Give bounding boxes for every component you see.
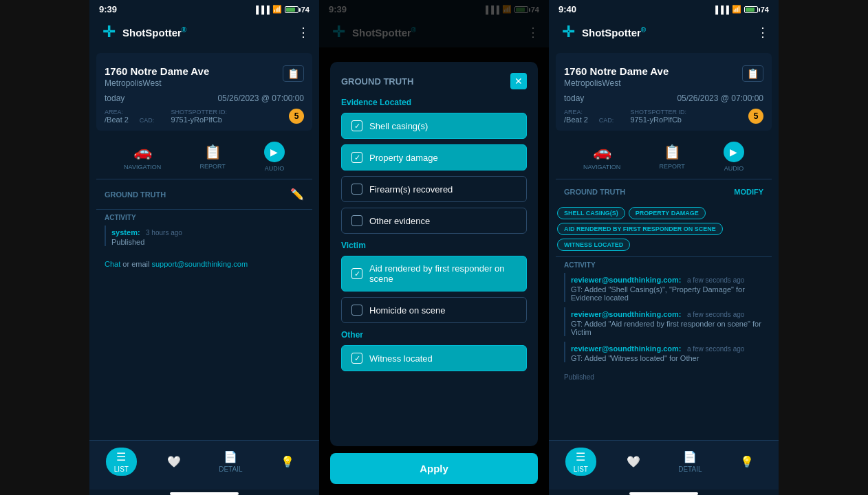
activity-item-0-right: reviewer@soundthinking.com: a few second… — [564, 273, 763, 302]
published-status-right: Published — [549, 371, 779, 384]
activity-text-0-right: GT: Added "Shell Casing(s)", "Property D… — [571, 285, 763, 302]
detail-icon-right: 📄 — [683, 450, 697, 463]
activity-user-1-right: reviewer@soundthinking.com: — [571, 310, 681, 318]
modal-close-button[interactable]: ✕ — [510, 73, 527, 89]
app-name-left: ShotSpotter® — [122, 26, 186, 38]
address-right: 1760 Notre Dame Ave — [564, 65, 669, 77]
menu-button-right[interactable]: ⋮ — [757, 25, 769, 40]
wifi-icon: 📶 — [272, 5, 282, 14]
battery-pct-left: 74 — [301, 6, 310, 14]
navigation-icon-left[interactable]: 🚗 NAVIGATION — [124, 143, 161, 170]
suburb-left: MetropolisWest — [105, 78, 209, 88]
nav-list-right[interactable]: ☰ LIST — [565, 448, 596, 476]
heart-icon-right: 🤍 — [627, 455, 640, 468]
chat-link-left[interactable]: Chat — [105, 260, 120, 268]
ground-truth-section-left: GROUND TRUTH ✏️ — [96, 184, 312, 205]
checkbox-firearm[interactable]: Firearm(s) recovered — [341, 176, 527, 202]
status-bar-left: 9:39 ▐▐▐ 📶 74 — [89, 0, 319, 17]
signal-icon-r: ▐▐▐ — [713, 6, 728, 14]
left-screen: 9:39 ▐▐▐ 📶 74 ✛ ShotSpotter® ⋮ 1760 Notr… — [89, 0, 319, 495]
checkbox-shell-casings[interactable]: ✓ Shell casing(s) — [341, 113, 527, 139]
report-icon-right[interactable]: 📋 REPORT — [659, 144, 684, 170]
ssid-label-right: SHOTSPOTTER ID: — [630, 109, 686, 116]
play-button-left[interactable]: ▶ — [264, 142, 285, 162]
report-icon-left[interactable]: 📋 REPORT — [199, 144, 225, 170]
nav-location-left[interactable]: 💡 — [272, 452, 303, 471]
activity-time-0-left: 3 hours ago — [146, 229, 182, 236]
badge-right: 5 — [748, 109, 763, 124]
check-box-shell: ✓ — [351, 120, 362, 131]
battery-icon-left — [285, 6, 299, 13]
nav-favorites-right[interactable]: 🤍 — [618, 452, 649, 471]
wifi-icon-r: 📶 — [732, 5, 741, 14]
check-box-property: ✓ — [351, 152, 362, 163]
navigation-icon-right[interactable]: 🚗 NAVIGATION — [583, 143, 620, 170]
area-label-left: AREA: — [105, 109, 129, 116]
logo-icon-right: ✛ — [558, 23, 578, 42]
checkbox-aid-rendered[interactable]: ✓ Aid rendered by first responder on sce… — [341, 256, 527, 292]
car-icon-right: 🚗 — [593, 143, 611, 161]
modal-header: GROUND TRUTH ✕ — [341, 73, 527, 89]
edit-icon-left[interactable]: ✏️ — [290, 188, 304, 201]
activity-item-0-left: system: 3 hours ago Published — [105, 226, 304, 246]
nav-location-right[interactable]: 💡 — [732, 452, 762, 471]
modal-overlay: GROUND TRUTH ✕ Evidence Located ✓ Shell … — [319, 0, 549, 495]
activity-user-0-right: reviewer@soundthinking.com: — [571, 276, 681, 284]
logo-cross-right: ✛ — [562, 25, 574, 40]
logo-area-left: ✛ ShotSpotter® — [99, 23, 186, 42]
nav-detail-right[interactable]: 📄 DETAIL — [670, 448, 710, 476]
tags-area-right: SHELL CASING(S) PROPERTY DAMAGE AID REND… — [549, 203, 779, 255]
suburb-right: MetropolisWest — [564, 78, 669, 88]
menu-button-left[interactable]: ⋮ — [297, 25, 310, 40]
area-value-left: /Beat 2 — [105, 116, 129, 124]
car-icon-left: 🚗 — [133, 143, 152, 161]
checkbox-other-evidence[interactable]: Other evidence — [341, 208, 527, 234]
audio-icon-right[interactable]: ▶ AUDIO — [724, 142, 744, 172]
time-left: 9:39 — [99, 4, 117, 14]
home-bar-right — [629, 492, 698, 495]
audio-icon-left[interactable]: ▶ AUDIO — [264, 142, 285, 172]
modal-title: GROUND TRUTH — [341, 76, 413, 87]
apply-button[interactable]: Apply — [330, 453, 538, 484]
location-icon-right: 💡 — [740, 455, 754, 468]
app-header-left: ✛ ShotSpotter® ⋮ — [89, 17, 319, 47]
logo-cross-left: ✛ — [102, 25, 115, 40]
activity-user-2-right: reviewer@soundthinking.com: — [571, 344, 681, 353]
activity-text-0-left: Published — [111, 238, 182, 246]
clipboard-icon-right: 📋 — [664, 144, 681, 160]
logo-icon-left: ✛ — [99, 23, 118, 42]
area-label-right: AREA: — [564, 109, 588, 116]
footer-left: Chat or email support@soundthinking.com — [89, 254, 319, 274]
modify-button-right[interactable]: MODIFY — [734, 188, 763, 196]
middle-screen: 9:39 ▐▐▐ 📶 74 ✛ ShotSpotter® ⋮ GROUND TR… — [319, 0, 549, 495]
play-button-right[interactable]: ▶ — [724, 142, 744, 162]
address-left: 1760 Notre Dame Ave — [105, 65, 209, 77]
tag-1: PROPERTY DAMAGE — [629, 207, 706, 219]
document-icon-right[interactable]: 📋 — [742, 65, 763, 82]
app-header-right: ✛ ShotSpotter® ⋮ — [549, 17, 779, 47]
status-icons-left: ▐▐▐ 📶 74 — [253, 5, 310, 14]
incident-card-left: 1760 Notre Dame Ave MetropolisWest 📋 tod… — [96, 53, 312, 131]
activity-section-right: ACTIVITY reviewer@soundthinking.com: a f… — [556, 261, 772, 368]
tag-3: WITNESS LOCATED — [557, 239, 630, 251]
nav-favorites-left[interactable]: 🤍 — [159, 452, 189, 471]
ssid-value-right: 9751-yRoPlfCb — [630, 116, 686, 124]
home-bar-left — [170, 492, 239, 495]
checkbox-witness[interactable]: ✓ Witness located — [341, 345, 527, 371]
detail-icon-left: 📄 — [224, 450, 237, 463]
divider-right — [556, 179, 772, 179]
activity-time-2-right: a few seconds ago — [687, 345, 744, 353]
email-link-left[interactable]: support@soundthinking.com — [152, 260, 248, 268]
checkbox-property-damage[interactable]: ✓ Property damage — [341, 144, 527, 170]
date-label-right: today — [564, 94, 584, 103]
app-name-right: ShotSpotter® — [582, 26, 646, 38]
nav-list-left[interactable]: ☰ LIST — [106, 448, 137, 476]
document-icon-left[interactable]: 📋 — [283, 65, 304, 82]
check-box-witness: ✓ — [351, 353, 362, 364]
checkbox-homicide[interactable]: Homicide on scene — [341, 297, 527, 323]
tag-0: SHELL CASING(S) — [557, 207, 625, 219]
divider-left — [96, 179, 312, 179]
check-box-homicide — [351, 305, 362, 316]
nav-icons-left: 🚗 NAVIGATION 📋 REPORT ▶ AUDIO — [96, 136, 312, 177]
nav-detail-left[interactable]: 📄 DETAIL — [210, 448, 250, 476]
